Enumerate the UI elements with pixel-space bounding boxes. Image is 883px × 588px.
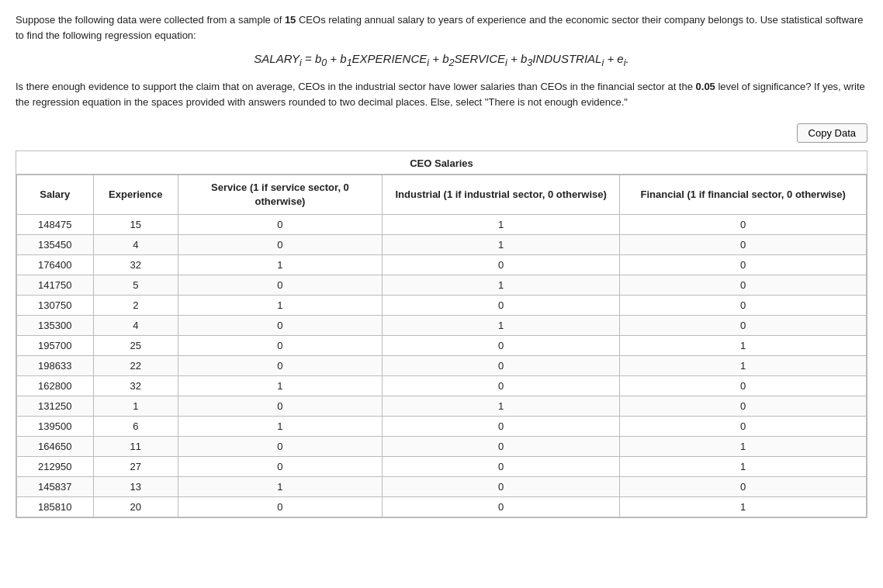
cell-service: 1 (178, 477, 383, 497)
cell-experience: 11 (93, 437, 178, 457)
table-row: 1417505010 (17, 275, 867, 296)
cell-industrial: 1 (382, 235, 620, 255)
cell-industrial: 0 (382, 477, 620, 497)
cell-salary: 139500 (17, 417, 94, 437)
cell-experience: 2 (93, 296, 178, 316)
cell-industrial: 0 (382, 255, 620, 275)
cell-experience: 1 (93, 396, 178, 417)
cell-industrial: 0 (382, 376, 620, 396)
cell-industrial: 0 (382, 336, 620, 356)
cell-salary: 162800 (17, 376, 94, 396)
cell-salary: 135450 (17, 235, 94, 255)
col-header-industrial: Industrial (1 if industrial sector, 0 ot… (382, 175, 620, 215)
cell-service: 1 (178, 376, 383, 396)
table-row: 1395006100 (17, 417, 867, 437)
cell-industrial: 1 (382, 316, 620, 336)
cell-industrial: 1 (382, 396, 620, 417)
cell-experience: 4 (93, 235, 178, 255)
data-table-wrapper: CEO Salaries Salary Experience Service (… (16, 150, 867, 518)
cell-service: 0 (178, 396, 383, 417)
table-row: 14847515010 (17, 215, 867, 235)
table-row: 19570025001 (17, 336, 867, 356)
cell-service: 0 (178, 437, 383, 457)
table-row: 1354504010 (17, 235, 867, 255)
col-header-service: Service (1 if service sector, 0 otherwis… (178, 175, 383, 215)
cell-experience: 20 (93, 497, 178, 517)
table-row: 21295027001 (17, 457, 867, 477)
cell-financial: 0 (620, 417, 867, 437)
copy-data-row: Copy Data (16, 123, 867, 143)
significance-level: 0.05 (696, 81, 715, 92)
cell-service: 0 (178, 457, 383, 477)
cell-financial: 1 (620, 457, 867, 477)
cell-service: 0 (178, 497, 383, 517)
cell-industrial: 1 (382, 275, 620, 296)
cell-experience: 32 (93, 255, 178, 275)
cell-salary: 164650 (17, 437, 94, 457)
sample-size: 15 (285, 14, 296, 26)
follow-paragraph: Is there enough evidence to support the … (16, 79, 867, 109)
table-row: 14583713100 (17, 477, 867, 497)
col-header-salary: Salary (17, 175, 94, 215)
cell-salary: 185810 (17, 497, 94, 517)
table-row: 16280032100 (17, 376, 867, 396)
cell-service: 1 (178, 255, 383, 275)
cell-salary: 135300 (17, 316, 94, 336)
cell-experience: 27 (93, 457, 178, 477)
cell-financial: 1 (620, 497, 867, 517)
cell-service: 0 (178, 356, 383, 376)
regression-equation: SALARYi = b0 + b1EXPERIENCEi + b2SERVICE… (16, 52, 867, 68)
cell-industrial: 0 (382, 417, 620, 437)
copy-data-button[interactable]: Copy Data (797, 123, 867, 143)
cell-service: 0 (178, 215, 383, 235)
cell-industrial: 0 (382, 457, 620, 477)
cell-financial: 0 (620, 396, 867, 417)
cell-financial: 1 (620, 336, 867, 356)
cell-financial: 0 (620, 275, 867, 296)
cell-service: 0 (178, 235, 383, 255)
table-row: 16465011001 (17, 437, 867, 457)
cell-financial: 0 (620, 376, 867, 396)
cell-financial: 0 (620, 215, 867, 235)
cell-salary: 130750 (17, 296, 94, 316)
cell-experience: 25 (93, 336, 178, 356)
cell-salary: 131250 (17, 396, 94, 417)
cell-service: 0 (178, 336, 383, 356)
cell-salary: 212950 (17, 457, 94, 477)
cell-service: 1 (178, 417, 383, 437)
cell-experience: 13 (93, 477, 178, 497)
table-row: 1312501010 (17, 396, 867, 417)
cell-salary: 141750 (17, 275, 94, 296)
col-header-experience: Experience (93, 175, 178, 215)
cell-financial: 1 (620, 356, 867, 376)
cell-financial: 0 (620, 255, 867, 275)
table-row: 17640032100 (17, 255, 867, 275)
cell-industrial: 0 (382, 356, 620, 376)
cell-industrial: 0 (382, 296, 620, 316)
cell-financial: 1 (620, 437, 867, 457)
cell-service: 0 (178, 275, 383, 296)
cell-salary: 198633 (17, 356, 94, 376)
cell-salary: 148475 (17, 215, 94, 235)
cell-financial: 0 (620, 235, 867, 255)
col-header-financial: Financial (1 if financial sector, 0 othe… (620, 175, 867, 215)
table-row: 19863322001 (17, 356, 867, 376)
cell-experience: 5 (93, 275, 178, 296)
cell-financial: 0 (620, 316, 867, 336)
cell-industrial: 0 (382, 437, 620, 457)
cell-experience: 32 (93, 376, 178, 396)
cell-salary: 195700 (17, 336, 94, 356)
cell-industrial: 0 (382, 497, 620, 517)
cell-financial: 0 (620, 296, 867, 316)
table-title: CEO Salaries (16, 151, 867, 175)
table-row: 1353004010 (17, 316, 867, 336)
cell-experience: 22 (93, 356, 178, 376)
cell-experience: 15 (93, 215, 178, 235)
table-row: 1307502100 (17, 296, 867, 316)
table-row: 18581020001 (17, 497, 867, 517)
cell-service: 1 (178, 296, 383, 316)
data-table: Salary Experience Service (1 if service … (16, 175, 867, 517)
cell-experience: 4 (93, 316, 178, 336)
cell-financial: 0 (620, 477, 867, 497)
cell-experience: 6 (93, 417, 178, 437)
